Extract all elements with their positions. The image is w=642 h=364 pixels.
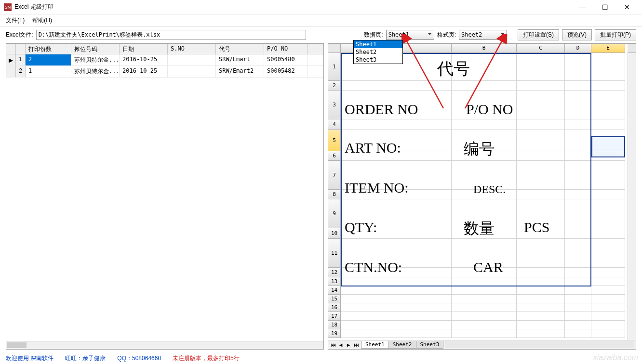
template-cell: 编号 [464, 139, 495, 160]
print-settings-button[interactable]: 打印设置(S) [518, 29, 559, 40]
sheet-tab[interactable]: Sheet1 [361, 341, 389, 349]
col-header-d[interactable]: D [565, 44, 591, 53]
toolbar: Excel文件: 数据页: Sheet1 格式页: Sheet2 打印设置(S)… [0, 27, 642, 42]
minimize-button[interactable]: — [572, 0, 594, 14]
grid-cell[interactable] [168, 66, 216, 77]
horizontal-scrollbar[interactable] [6, 341, 323, 349]
grid-cell[interactable]: 1 [26, 66, 71, 77]
row-header[interactable]: 3 [328, 91, 341, 119]
tab-first-icon[interactable]: ⏮ [329, 342, 337, 348]
col-header[interactable]: P/O NO [264, 44, 308, 54]
grid-cell[interactable]: 2016-10-25 [120, 54, 168, 65]
template-cell: QTY: [345, 219, 377, 235]
col-header[interactable]: 代号 [216, 44, 264, 54]
watermark: xiazaiba.com [593, 353, 638, 362]
template-cell: ORDER NO [345, 101, 418, 117]
row-indicator-icon: ▶ [6, 54, 16, 65]
template-cell: P/O NO [466, 101, 513, 117]
grid-cell[interactable]: S0005482 [264, 66, 308, 77]
row-header[interactable]: 15 [328, 295, 341, 303]
format-sheet-value: Sheet2 [461, 31, 482, 38]
table-row[interactable]: ▶ 1 2 苏州贝特尔金... 2016-10-25 SRW/Emart S00… [6, 54, 323, 66]
row-header[interactable]: 9 [328, 199, 341, 228]
row-header[interactable]: 6 [328, 151, 341, 161]
grid-cell[interactable]: SRW/Emart2 [216, 66, 264, 77]
sheet-preview: A B C D E 12345678910111213141516171819 … [328, 43, 636, 350]
grid-cell[interactable]: 苏州贝特尔金... [71, 54, 120, 65]
col-header[interactable]: 日期 [120, 44, 168, 54]
titlebar: SN Excel 超级打印 — ☐ ✕ [0, 0, 642, 14]
grid-cell[interactable] [168, 54, 216, 65]
row-header[interactable]: 4 [328, 119, 341, 130]
data-sheet-label: 数据页: [364, 31, 383, 39]
status-welcome: 欢迎使用 深南软件 [6, 354, 54, 363]
row-header[interactable]: 11 [328, 239, 341, 268]
format-sheet-combo[interactable]: Sheet2 [459, 30, 507, 40]
col-header-e[interactable]: E [591, 44, 625, 53]
row-header[interactable]: 1 [328, 53, 341, 81]
template-cell: CTN.NO: [345, 259, 402, 275]
col-header[interactable]: S.NO [168, 44, 216, 54]
row-header[interactable]: 8 [328, 190, 341, 199]
tab-prev-icon[interactable]: ◀ [337, 342, 345, 348]
tab-scrollbar[interactable] [445, 341, 634, 348]
file-path-input[interactable] [36, 30, 306, 40]
format-sheet-label: 格式页: [437, 31, 456, 39]
status-qq: QQ：508064660 [117, 354, 161, 363]
chevron-down-icon [500, 32, 505, 39]
vertical-scrollbar[interactable] [628, 53, 636, 340]
tab-last-icon[interactable]: ⏭ [352, 342, 360, 348]
status-unregistered: 未注册版本，最多打印5行 [173, 354, 240, 363]
template-cell: ART NO: [345, 140, 401, 156]
data-sheet-combo[interactable]: Sheet1 [386, 30, 434, 40]
select-all-corner[interactable] [328, 44, 341, 53]
grid-cell[interactable]: 2016-10-25 [120, 66, 168, 77]
window-title: Excel 超级打印 [14, 3, 54, 11]
row-header[interactable]: 14 [328, 286, 341, 295]
status-wangwang: 旺旺：亲子健康 [65, 354, 106, 363]
sheet-tab[interactable]: Sheet2 [388, 341, 416, 349]
col-header[interactable]: 摊位号码 [71, 44, 120, 54]
maximize-button[interactable]: ☐ [594, 0, 616, 14]
tab-next-icon[interactable]: ▶ [345, 342, 352, 348]
template-cell: DESC. [473, 183, 506, 196]
row-header[interactable]: 19 [328, 329, 341, 338]
grid-cell[interactable]: 苏州贝特尔金... [71, 66, 120, 77]
file-label: Excel文件: [6, 31, 33, 39]
table-row[interactable]: 2 1 苏州贝特尔金... 2016-10-25 SRW/Emart2 S000… [6, 66, 323, 78]
menu-file[interactable]: 文件(F) [2, 14, 28, 26]
sheet-tab[interactable]: Sheet3 [416, 341, 444, 349]
template-cell: CAR [473, 259, 503, 275]
grid-cell[interactable]: SRW/Emart [216, 54, 264, 65]
chevron-down-icon [427, 32, 432, 39]
dropdown-item[interactable]: Sheet3 [354, 56, 402, 64]
data-grid: 打印份数 摊位号码 日期 S.NO 代号 P/O NO ▶ 1 2 苏州贝特尔金… [6, 43, 324, 350]
menu-help[interactable]: 帮助(H) [28, 14, 56, 26]
template-title: 代号 [437, 58, 470, 80]
row-header[interactable]: 5 [328, 130, 341, 151]
col-header-b[interactable]: B [452, 44, 517, 53]
col-header[interactable]: 打印份数 [26, 44, 71, 54]
grid-cell[interactable]: S0005480 [264, 54, 308, 65]
row-header[interactable]: 16 [328, 303, 341, 312]
sheet-dropdown-list: Sheet1 Sheet2 Sheet3 [353, 40, 403, 64]
row-header[interactable]: 7 [328, 161, 341, 190]
dropdown-item[interactable]: Sheet1 [354, 40, 402, 48]
data-sheet-value: Sheet1 [388, 31, 409, 38]
row-header[interactable]: 12 [328, 268, 341, 277]
template-cell: 数量 [464, 218, 495, 239]
col-header-c[interactable]: C [517, 44, 565, 53]
row-header[interactable]: 13 [328, 277, 341, 286]
row-header[interactable]: 18 [328, 321, 341, 329]
preview-button[interactable]: 预览(V) [562, 29, 592, 40]
row-header[interactable]: 17 [328, 312, 341, 321]
grid-cell[interactable]: 2 [26, 54, 71, 65]
row-header[interactable]: 10 [328, 228, 341, 239]
template-cell: PCS [524, 219, 549, 235]
dropdown-item[interactable]: Sheet2 [354, 48, 402, 56]
close-button[interactable]: ✕ [616, 0, 638, 14]
row-header[interactable]: 2 [328, 81, 341, 91]
template-cell: ITEM NO: [345, 180, 408, 196]
batch-print-button[interactable]: 批量打印(P) [595, 29, 636, 40]
app-icon: SN [4, 3, 12, 11]
